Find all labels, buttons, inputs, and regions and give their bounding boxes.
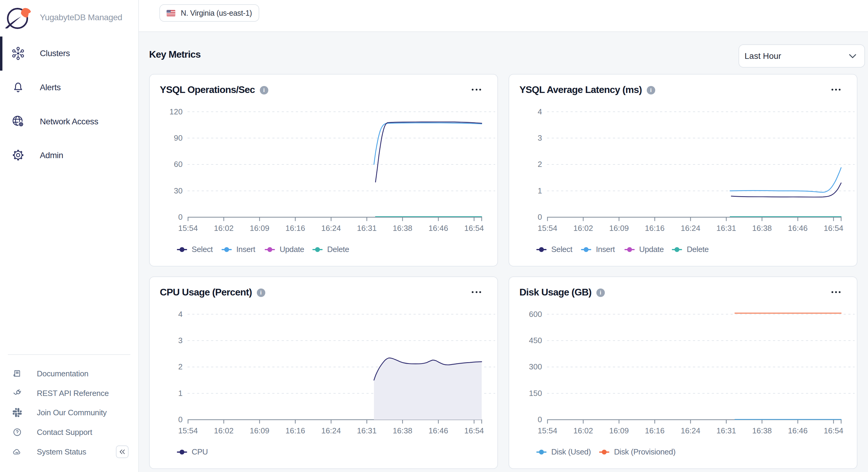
- svg-text:16:54: 16:54: [824, 224, 843, 233]
- svg-text:16:38: 16:38: [393, 224, 412, 233]
- svg-text:1: 1: [538, 186, 542, 195]
- svg-text:16:16: 16:16: [645, 224, 664, 233]
- svg-text:3: 3: [538, 133, 542, 143]
- svg-text:90: 90: [174, 133, 183, 143]
- svg-text:16:38: 16:38: [752, 224, 772, 233]
- svg-text:16:02: 16:02: [214, 427, 234, 436]
- svg-text:16:24: 16:24: [321, 224, 341, 233]
- svg-text:16:31: 16:31: [357, 224, 377, 233]
- svg-text:16:54: 16:54: [464, 427, 484, 436]
- svg-text:16:46: 16:46: [429, 427, 448, 436]
- svg-text:4: 4: [178, 310, 183, 319]
- svg-text:600: 600: [529, 310, 542, 319]
- svg-text:16:54: 16:54: [464, 224, 484, 233]
- svg-text:16:54: 16:54: [824, 427, 843, 436]
- svg-text:2: 2: [178, 363, 183, 372]
- svg-text:4: 4: [538, 107, 542, 116]
- svg-text:15:54: 15:54: [178, 427, 198, 436]
- svg-text:16:24: 16:24: [321, 427, 341, 436]
- svg-text:0: 0: [178, 415, 183, 424]
- svg-text:16:16: 16:16: [285, 427, 305, 436]
- svg-text:16:24: 16:24: [681, 427, 701, 436]
- svg-text:3: 3: [178, 336, 183, 345]
- svg-text:16:09: 16:09: [609, 427, 629, 436]
- svg-text:1: 1: [178, 389, 183, 398]
- svg-text:16:16: 16:16: [285, 224, 305, 233]
- svg-text:16:02: 16:02: [574, 427, 593, 436]
- svg-text:16:31: 16:31: [716, 224, 736, 233]
- svg-text:16:24: 16:24: [681, 224, 701, 233]
- svg-text:16:46: 16:46: [429, 224, 448, 233]
- svg-text:2: 2: [538, 160, 542, 169]
- svg-text:450: 450: [529, 336, 542, 345]
- svg-text:15:54: 15:54: [538, 224, 557, 233]
- svg-text:120: 120: [169, 107, 183, 116]
- svg-text:30: 30: [174, 186, 183, 195]
- svg-text:16:46: 16:46: [788, 427, 808, 436]
- svg-text:16:09: 16:09: [609, 224, 629, 233]
- svg-text:16:31: 16:31: [357, 427, 377, 436]
- svg-text:16:09: 16:09: [250, 224, 269, 233]
- svg-text:16:02: 16:02: [214, 224, 234, 233]
- svg-text:300: 300: [529, 363, 542, 372]
- svg-text:16:31: 16:31: [716, 427, 736, 436]
- svg-text:16:38: 16:38: [752, 427, 772, 436]
- svg-text:15:54: 15:54: [538, 427, 557, 436]
- svg-text:0: 0: [538, 415, 542, 424]
- svg-text:16:02: 16:02: [574, 224, 593, 233]
- svg-text:150: 150: [529, 389, 542, 398]
- svg-text:15:54: 15:54: [178, 224, 198, 233]
- svg-text:0: 0: [538, 213, 542, 222]
- svg-text:16:38: 16:38: [393, 427, 412, 436]
- svg-text:60: 60: [174, 160, 183, 169]
- svg-text:16:09: 16:09: [250, 427, 269, 436]
- svg-text:0: 0: [178, 213, 183, 222]
- svg-text:16:46: 16:46: [788, 224, 808, 233]
- svg-text:16:16: 16:16: [645, 427, 664, 436]
